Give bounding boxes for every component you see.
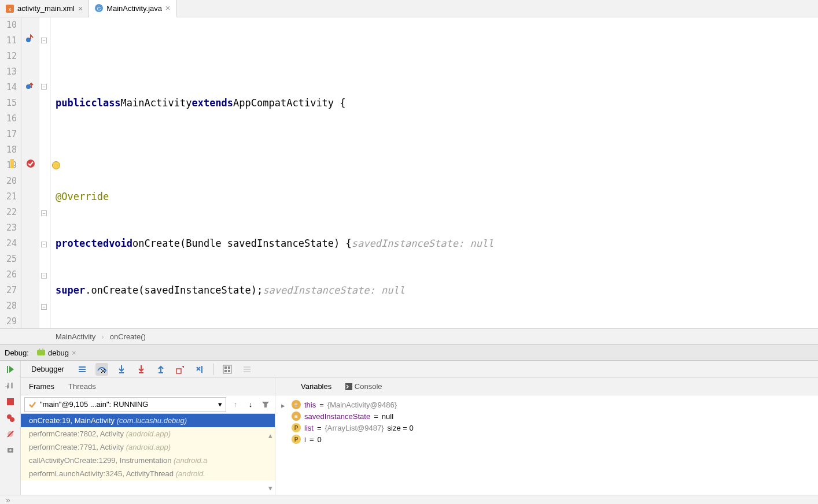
- expand-icon[interactable]: ▸: [281, 401, 285, 410]
- svg-rect-25: [159, 372, 163, 373]
- fold-icon[interactable]: −: [41, 210, 47, 216]
- editor-tab-bar: x activity_main.xml × C MainActivity.jav…: [0, 0, 818, 17]
- svg-point-9: [39, 349, 40, 350]
- drop-frame-icon[interactable]: [174, 363, 187, 376]
- xml-file-icon: x: [6, 5, 14, 13]
- breadcrumb-item[interactable]: MainActivity: [56, 332, 95, 341]
- svg-rect-31: [224, 370, 227, 372]
- svg-rect-24: [139, 372, 143, 373]
- override-icon[interactable]: [25, 34, 35, 43]
- show-execution-point-icon[interactable]: [76, 363, 89, 376]
- frame-list[interactable]: ▴ ▾ onCreate:19, MainActivity (com.lucas…: [21, 414, 275, 495]
- svg-rect-7: [10, 159, 14, 168]
- svg-rect-29: [224, 366, 227, 369]
- frame-item[interactable]: callActivityOnCreate:1299, Instrumentati…: [21, 454, 275, 467]
- debug-panel: Debugger Frames Threads "main: [0, 361, 818, 495]
- scroll-up-icon[interactable]: ▴: [268, 431, 272, 440]
- implements-icon[interactable]: [25, 81, 35, 90]
- android-icon: [37, 348, 45, 358]
- svg-rect-26: [176, 369, 181, 373]
- chevron-down-icon: ▾: [218, 400, 222, 409]
- more-tool-windows-icon[interactable]: »: [0, 495, 818, 504]
- svg-point-15: [10, 417, 14, 422]
- step-over-icon[interactable]: [95, 363, 108, 376]
- force-step-into-icon[interactable]: [135, 363, 148, 376]
- fold-icon[interactable]: −: [41, 242, 47, 247]
- editor-tab-java[interactable]: C MainActivity.java ×: [89, 0, 176, 17]
- svg-rect-21: [79, 369, 86, 370]
- frame-item[interactable]: performCreate:7802, Activity (android.ap…: [21, 427, 275, 440]
- debug-session-tab[interactable]: debug ×: [34, 348, 80, 358]
- fold-icon[interactable]: −: [41, 38, 47, 43]
- debug-label: Debug:: [5, 349, 29, 357]
- debugger-step-toolbar: Debugger: [21, 361, 818, 378]
- previous-frame-icon[interactable]: ↑: [230, 399, 241, 410]
- frame-item[interactable]: performCreate:7791, Activity (android.ap…: [21, 440, 275, 454]
- add-watch-icon[interactable]: ＋: [3, 381, 15, 393]
- editor-tab-xml[interactable]: x activity_main.xml ×: [0, 0, 89, 17]
- fold-icon[interactable]: −: [41, 84, 47, 90]
- step-into-icon[interactable]: [115, 363, 128, 376]
- line-number-gutter: 1011121314151617181920212223242526272829: [0, 17, 22, 328]
- run-to-cursor-icon[interactable]: [194, 363, 207, 376]
- evaluate-expression-icon[interactable]: [221, 363, 234, 376]
- code-area[interactable]: public class MainActivity extends AppCom…: [51, 17, 818, 328]
- svg-rect-13: [7, 398, 14, 405]
- frames-panel: Frames Threads "main"@9,105 ...ain": RUN…: [21, 378, 275, 495]
- variable-row[interactable]: ≡ this = {MainActivity@9486}: [278, 399, 816, 410]
- console-icon: [345, 383, 352, 390]
- svg-rect-32: [228, 370, 230, 372]
- chevron-right-icon: ›: [101, 332, 104, 341]
- breadcrumb-item[interactable]: onCreate(): [110, 332, 146, 341]
- variables-panel: ＋ Variables Console ▸ ≡ this = {MainActi…: [275, 378, 818, 495]
- svg-text:C: C: [97, 6, 101, 12]
- java-class-icon: C: [95, 4, 103, 12]
- check-icon: [28, 401, 36, 409]
- code-editor[interactable]: 1011121314151617181920212223242526272829…: [0, 17, 818, 328]
- marker-gutter: [22, 17, 39, 328]
- variable-row[interactable]: ≡ savedInstanceState = null: [278, 410, 816, 422]
- close-icon[interactable]: ×: [72, 349, 76, 357]
- fold-icon[interactable]: −: [41, 304, 47, 310]
- trace-current-stream-icon: [241, 363, 253, 376]
- frame-item[interactable]: onCreate:19, MainActivity (com.lucashu.d…: [21, 414, 275, 427]
- step-out-icon[interactable]: [154, 363, 167, 376]
- fold-icon[interactable]: −: [41, 273, 47, 279]
- threads-tab[interactable]: Threads: [68, 382, 96, 391]
- variable-row[interactable]: P list = {ArrayList@9487} size = 0: [278, 422, 816, 433]
- debug-tool-window-header: Debug: debug ×: [0, 344, 818, 361]
- frame-item[interactable]: performLaunchActivity:3245, ActivityThre…: [21, 467, 275, 480]
- svg-point-4: [26, 38, 31, 42]
- svg-rect-8: [37, 350, 45, 355]
- console-tab[interactable]: Console: [345, 382, 382, 391]
- next-frame-icon[interactable]: ↓: [245, 399, 256, 410]
- warning-icon: [10, 159, 20, 168]
- breadcrumb: MainActivity › onCreate(): [0, 328, 818, 344]
- view-breakpoints-icon[interactable]: [5, 413, 16, 423]
- tab-label: activity_main.xml: [17, 4, 75, 13]
- tab-label: MainActivity.java: [106, 4, 162, 13]
- filter-icon[interactable]: [260, 399, 271, 410]
- variables-tab[interactable]: Variables: [301, 382, 331, 391]
- mute-breakpoints-icon[interactable]: [5, 429, 16, 439]
- svg-point-10: [42, 349, 43, 350]
- scroll-down-icon[interactable]: ▾: [268, 484, 272, 492]
- variable-row[interactable]: P i = 0: [278, 433, 816, 445]
- svg-rect-27: [201, 366, 202, 373]
- thread-selector[interactable]: "main"@9,105 ...ain": RUNNING ▾: [24, 397, 226, 412]
- close-icon[interactable]: ×: [165, 3, 170, 13]
- svg-text:x: x: [9, 6, 12, 12]
- svg-point-19: [9, 449, 12, 451]
- close-icon[interactable]: ×: [78, 4, 83, 13]
- resume-program-icon[interactable]: [5, 364, 16, 375]
- get-thread-dump-icon[interactable]: [5, 445, 16, 455]
- frames-tab[interactable]: Frames: [29, 382, 54, 391]
- svg-rect-20: [79, 366, 86, 368]
- breakpoint-icon[interactable]: [26, 159, 35, 168]
- svg-rect-23: [119, 372, 124, 373]
- svg-rect-30: [228, 366, 230, 369]
- debugger-tab[interactable]: Debugger: [27, 364, 69, 375]
- stop-icon[interactable]: [5, 396, 16, 407]
- svg-point-6: [27, 160, 35, 168]
- variable-list[interactable]: ▸ ≡ this = {MainActivity@9486}≡ savedIns…: [275, 395, 818, 495]
